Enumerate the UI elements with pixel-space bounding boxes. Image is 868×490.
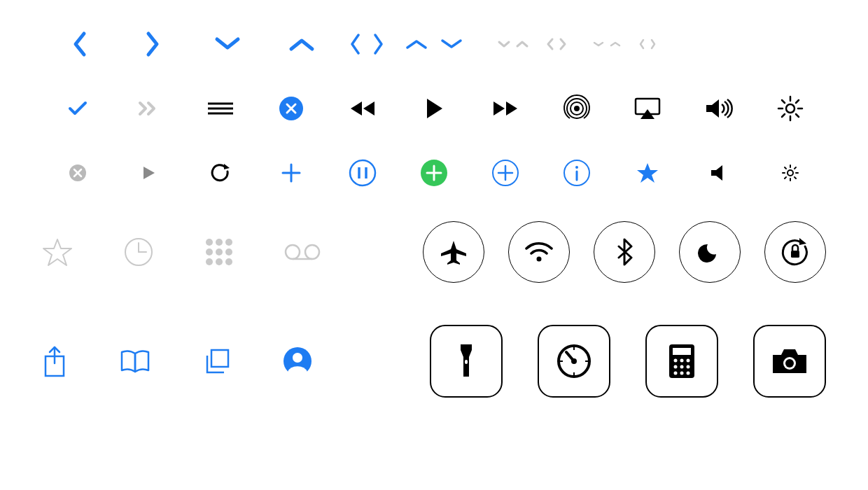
chevron-left-icon[interactable] bbox=[546, 37, 554, 51]
calculator-icon[interactable] bbox=[645, 325, 718, 398]
svg-marker-30 bbox=[224, 164, 230, 169]
bluetooth-icon[interactable] bbox=[594, 221, 655, 283]
copy-icon[interactable] bbox=[203, 347, 231, 375]
volume-high-icon[interactable] bbox=[683, 92, 755, 125]
timer-icon[interactable] bbox=[538, 325, 610, 398]
airplay-icon[interactable] bbox=[612, 92, 684, 125]
svg-marker-8 bbox=[427, 99, 442, 118]
svg-point-70 bbox=[305, 245, 319, 259]
svg-point-66 bbox=[206, 258, 213, 265]
svg-marker-10 bbox=[506, 102, 517, 115]
chevron-up-icon[interactable] bbox=[405, 38, 428, 50]
keypad-icon[interactable] bbox=[204, 237, 234, 267]
chevron-up-icon[interactable] bbox=[265, 28, 339, 60]
rewind-icon[interactable] bbox=[327, 92, 398, 125]
close-badge-icon[interactable] bbox=[255, 92, 327, 125]
svg-line-22 bbox=[782, 100, 785, 103]
svg-point-67 bbox=[216, 258, 223, 265]
add-green-icon[interactable] bbox=[398, 157, 470, 189]
svg-point-69 bbox=[286, 245, 300, 259]
camera-icon[interactable] bbox=[753, 325, 826, 398]
svg-point-95 bbox=[674, 365, 678, 369]
svg-point-65 bbox=[225, 248, 232, 255]
play-icon[interactable] bbox=[398, 92, 470, 125]
svg-point-17 bbox=[786, 104, 794, 113]
pause-circle-icon[interactable] bbox=[327, 157, 398, 189]
clock-icon[interactable] bbox=[123, 237, 154, 267]
hamburger-menu-icon[interactable] bbox=[185, 92, 256, 125]
svg-point-96 bbox=[680, 365, 684, 369]
star-filled-icon[interactable] bbox=[612, 157, 684, 189]
plus-icon[interactable] bbox=[255, 157, 327, 189]
svg-line-53 bbox=[794, 177, 796, 178]
chevron-mini-group bbox=[497, 37, 567, 51]
chevron-up-icon[interactable] bbox=[609, 41, 622, 48]
svg-line-24 bbox=[796, 100, 799, 103]
svg-point-33 bbox=[350, 160, 375, 186]
svg-point-63 bbox=[206, 248, 213, 255]
svg-rect-80 bbox=[461, 344, 472, 350]
svg-point-43 bbox=[575, 166, 578, 169]
info-icon[interactable] bbox=[541, 157, 612, 189]
chevron-left-icon[interactable] bbox=[42, 28, 116, 60]
star-outline-icon[interactable] bbox=[42, 237, 73, 267]
svg-point-61 bbox=[216, 239, 223, 246]
svg-point-11 bbox=[574, 106, 580, 111]
chevron-right-icon[interactable] bbox=[650, 38, 657, 50]
volume-mute-icon[interactable] bbox=[683, 157, 755, 189]
svg-rect-91 bbox=[673, 348, 691, 355]
voicemail-icon[interactable] bbox=[284, 243, 321, 261]
svg-line-25 bbox=[782, 114, 785, 117]
refresh-icon[interactable] bbox=[185, 157, 256, 189]
share-icon[interactable] bbox=[42, 345, 67, 377]
svg-point-94 bbox=[687, 359, 690, 363]
svg-marker-16 bbox=[706, 99, 719, 118]
airdrop-icon[interactable] bbox=[541, 92, 612, 125]
chevron-mini-group bbox=[592, 38, 657, 50]
play-small-icon[interactable] bbox=[113, 157, 185, 189]
double-chevron-right-icon[interactable] bbox=[113, 92, 185, 125]
book-icon[interactable] bbox=[119, 348, 151, 374]
brightness-high-icon[interactable] bbox=[755, 92, 826, 125]
chevron-down-icon[interactable] bbox=[440, 38, 463, 50]
airplane-mode-icon[interactable] bbox=[423, 221, 484, 283]
svg-point-62 bbox=[225, 239, 232, 246]
wifi-icon[interactable] bbox=[508, 221, 570, 283]
chevron-down-icon[interactable] bbox=[497, 40, 511, 48]
svg-line-54 bbox=[794, 167, 796, 169]
svg-line-55 bbox=[785, 177, 786, 178]
svg-marker-46 bbox=[711, 165, 722, 181]
profile-icon[interactable] bbox=[283, 346, 312, 376]
flashlight-icon[interactable] bbox=[430, 325, 503, 398]
close-gray-icon[interactable] bbox=[42, 157, 113, 189]
chevron-down-icon[interactable] bbox=[190, 28, 265, 60]
svg-point-79 bbox=[293, 353, 302, 363]
chevron-left-icon[interactable] bbox=[638, 38, 645, 50]
svg-marker-29 bbox=[144, 167, 155, 179]
orientation-lock-icon[interactable] bbox=[764, 221, 826, 283]
svg-rect-77 bbox=[211, 350, 228, 367]
chevron-right-icon[interactable] bbox=[116, 28, 190, 60]
svg-point-92 bbox=[674, 359, 678, 363]
svg-rect-74 bbox=[791, 251, 799, 258]
svg-point-99 bbox=[680, 372, 684, 375]
svg-point-72 bbox=[537, 257, 542, 262]
chevron-left-icon[interactable] bbox=[349, 32, 361, 56]
svg-point-98 bbox=[674, 372, 678, 375]
chevron-right-icon[interactable] bbox=[372, 32, 385, 56]
chevron-down-icon[interactable] bbox=[592, 41, 605, 48]
svg-point-100 bbox=[687, 372, 690, 375]
svg-point-64 bbox=[216, 248, 223, 255]
svg-marker-6 bbox=[351, 102, 362, 115]
do-not-disturb-icon[interactable] bbox=[679, 221, 741, 283]
brightness-low-icon[interactable] bbox=[755, 157, 826, 189]
checkmark-icon bbox=[42, 92, 113, 125]
svg-marker-73 bbox=[799, 238, 806, 245]
fast-forward-icon[interactable] bbox=[470, 92, 541, 125]
add-circle-icon[interactable] bbox=[470, 157, 541, 189]
svg-rect-82 bbox=[465, 360, 468, 364]
svg-line-85 bbox=[566, 352, 574, 361]
chevron-right-icon[interactable] bbox=[559, 37, 567, 51]
svg-point-68 bbox=[225, 258, 232, 265]
chevron-up-icon[interactable] bbox=[515, 40, 529, 48]
